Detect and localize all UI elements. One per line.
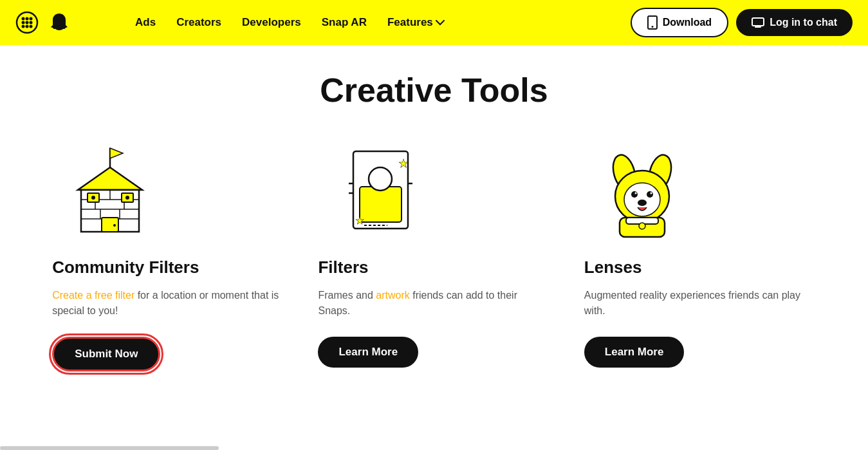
filters-title: Filters	[318, 258, 368, 277]
chevron-down-icon	[436, 20, 445, 26]
navbar-actions: Download Log in to chat	[631, 8, 853, 37]
lenses-learn-more-button[interactable]: Learn More	[584, 337, 685, 368]
card-lenses: Lenses Augmented reality experiences fri…	[584, 142, 816, 368]
svg-point-2	[26, 17, 29, 21]
svg-rect-32	[360, 187, 402, 222]
nav-link-developers[interactable]: Developers	[242, 16, 301, 29]
svg-point-1	[22, 17, 25, 21]
community-filters-icon	[52, 142, 168, 245]
navbar-links: Ads Creators Developers Snap AR Features	[135, 16, 618, 29]
svg-point-46	[634, 192, 636, 194]
svg-point-4	[22, 21, 25, 24]
svg-marker-14	[110, 148, 123, 158]
page-title: Creative Tools	[39, 71, 829, 109]
nav-link-snap-ar[interactable]: Snap AR	[322, 16, 367, 29]
svg-point-51	[639, 223, 645, 229]
svg-point-3	[30, 17, 33, 21]
monitor-icon	[752, 17, 764, 28]
svg-point-7	[22, 25, 25, 28]
svg-marker-15	[78, 167, 142, 190]
svg-point-26	[91, 196, 95, 200]
lenses-title: Lenses	[584, 258, 642, 277]
submit-now-button[interactable]: Submit Now	[52, 337, 160, 371]
svg-point-6	[30, 21, 33, 24]
filters-icon: ★ ★	[318, 142, 434, 245]
svg-point-44	[631, 191, 638, 198]
card-community-filters: Community Filters Create a free filter f…	[52, 142, 284, 371]
svg-point-48	[638, 200, 647, 206]
card-filters: ★ ★ Filters Frames and artwork friends c…	[318, 142, 549, 368]
lenses-desc: Augmented reality experiences friends ca…	[584, 288, 816, 319]
svg-point-11	[651, 26, 653, 28]
svg-point-30	[125, 196, 129, 200]
navbar-brand	[15, 11, 71, 34]
community-filters-desc: Create a free filter for a location or m…	[52, 288, 284, 319]
filters-desc: Frames and artwork friends can add to th…	[318, 288, 549, 319]
main-content: Creative Tools	[0, 45, 868, 410]
svg-point-5	[26, 21, 29, 24]
download-button[interactable]: Download	[631, 8, 728, 37]
svg-text:★: ★	[398, 157, 409, 170]
svg-rect-12	[752, 18, 764, 26]
svg-rect-27	[102, 218, 118, 232]
svg-point-28	[113, 224, 116, 227]
navbar: Ads Creators Developers Snap AR Features…	[0, 0, 868, 45]
filters-learn-more-button[interactable]: Learn More	[318, 337, 418, 368]
svg-text:★: ★	[355, 215, 364, 226]
svg-point-47	[650, 192, 652, 194]
svg-point-33	[369, 167, 392, 191]
nav-link-creators[interactable]: Creators	[176, 16, 221, 29]
svg-point-9	[30, 25, 33, 28]
grid-icon[interactable]	[15, 11, 39, 34]
svg-point-8	[26, 25, 29, 28]
svg-point-45	[647, 191, 653, 198]
snapchat-ghost-icon[interactable]	[48, 11, 71, 34]
mobile-icon	[647, 15, 658, 30]
community-filters-title: Community Filters	[52, 258, 199, 277]
cards-container: Community Filters Create a free filter f…	[48, 142, 820, 371]
nav-link-ads[interactable]: Ads	[135, 16, 156, 29]
nav-link-features[interactable]: Features	[387, 16, 445, 29]
login-button[interactable]: Log in to chat	[736, 9, 853, 36]
lenses-icon	[584, 142, 700, 245]
